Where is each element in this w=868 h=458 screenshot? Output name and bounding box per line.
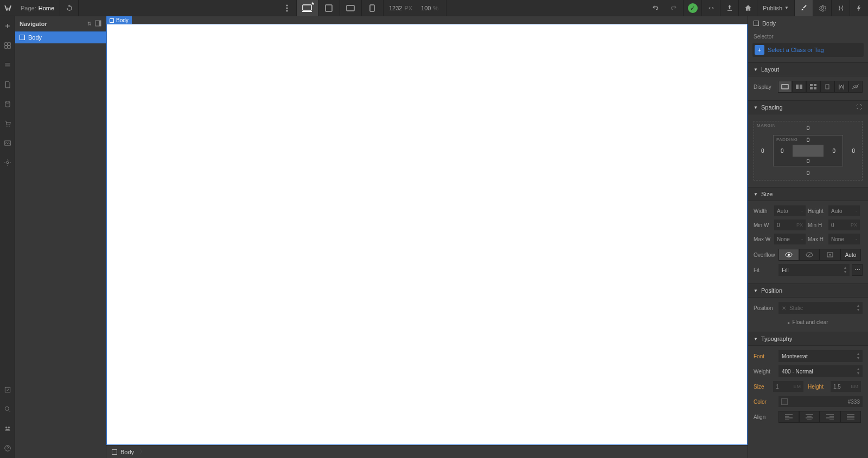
- export-icon[interactable]: [720, 0, 738, 16]
- breadcrumb-body[interactable]: Body: [120, 449, 134, 455]
- class-selector-input[interactable]: + Select a Class or Tag: [752, 43, 864, 57]
- font-size-input[interactable]: 1EM: [773, 381, 803, 392]
- selected-element-tag[interactable]: Body: [106, 16, 132, 24]
- zoom-unit: %: [433, 5, 438, 11]
- padding-top-input[interactable]: 0: [807, 137, 810, 143]
- fit-more-button[interactable]: ⋯: [852, 264, 863, 276]
- maxh-input[interactable]: None-: [828, 234, 860, 244]
- interactions-panel-button[interactable]: [850, 0, 868, 16]
- minh-input[interactable]: 0PX: [828, 220, 860, 230]
- display-inline-block-button[interactable]: [820, 81, 834, 93]
- video-tutorial-button[interactable]: [0, 419, 15, 438]
- svg-point-10: [9, 126, 10, 127]
- fit-select[interactable]: Fill▴▾: [778, 264, 850, 276]
- overflow-hidden-button[interactable]: [799, 249, 820, 261]
- weight-select[interactable]: 400 - Normal▴▾: [778, 365, 863, 377]
- spacing-box-model[interactable]: MARGIN PADDING 0 0 0 0 0 0 0 0: [754, 121, 863, 180]
- padding-left-input[interactable]: 0: [781, 148, 784, 154]
- ecommerce-button[interactable]: [0, 114, 15, 133]
- brush-panel-button[interactable]: [794, 0, 813, 16]
- margin-bottom-input[interactable]: 0: [807, 170, 810, 176]
- margin-top-input[interactable]: 0: [807, 125, 810, 131]
- position-select[interactable]: ✕Static▴▾: [778, 302, 863, 314]
- display-none-button[interactable]: [848, 81, 863, 93]
- font-select[interactable]: Montserrat▴▾: [778, 350, 863, 362]
- status-success-icon[interactable]: ✓: [683, 0, 701, 16]
- webflow-logo[interactable]: [0, 0, 15, 16]
- overflow-scroll-button[interactable]: [820, 249, 840, 261]
- checklist-button[interactable]: [0, 380, 15, 399]
- svg-point-0: [286, 4, 288, 6]
- refresh-button[interactable]: [60, 0, 79, 16]
- height-input[interactable]: Auto-: [828, 205, 860, 216]
- minw-input[interactable]: 0PX: [774, 220, 806, 230]
- fit-label: Fit: [754, 267, 778, 273]
- display-flex-button[interactable]: [792, 81, 806, 93]
- align-left-button[interactable]: [778, 411, 799, 423]
- redo-button[interactable]: [665, 0, 683, 16]
- padding-right-input[interactable]: 0: [832, 148, 835, 154]
- device-tablet-button[interactable]: [318, 0, 340, 16]
- page-selector[interactable]: Page: Home: [15, 0, 60, 16]
- page-label: Page:: [21, 5, 36, 11]
- minw-label: Min W: [754, 222, 774, 228]
- design-canvas[interactable]: [106, 24, 748, 445]
- lineheight-input[interactable]: 1.5EM: [831, 381, 861, 392]
- canvas-dimensions[interactable]: 1232 PX 100 %: [384, 0, 446, 16]
- code-icon[interactable]: [701, 0, 720, 16]
- audit-icon[interactable]: [738, 0, 757, 16]
- align-center-button[interactable]: [799, 411, 820, 423]
- selector-placeholder: Select a Class or Tag: [768, 47, 824, 53]
- pages-button[interactable]: [0, 75, 15, 94]
- add-class-icon[interactable]: +: [755, 45, 764, 55]
- device-mobile-button[interactable]: [362, 0, 384, 16]
- overflow-visible-button[interactable]: [778, 249, 799, 261]
- search-button[interactable]: [0, 399, 15, 419]
- display-block-button[interactable]: [778, 81, 792, 93]
- float-clear-toggle[interactable]: ▸Float and clear: [754, 317, 863, 327]
- spacing-expand-icon[interactable]: [856, 104, 863, 111]
- svg-point-15: [5, 427, 7, 429]
- breadcrumb-body-icon: [112, 449, 117, 455]
- position-label: Position: [754, 305, 778, 311]
- font-label: Font: [754, 353, 778, 359]
- settings-button[interactable]: [0, 153, 15, 172]
- components-button[interactable]: [0, 36, 15, 55]
- display-inline-button[interactable]: |A|: [834, 81, 848, 93]
- navigator-sort-icon[interactable]: ⇅: [87, 21, 92, 27]
- settings-panel-button[interactable]: [813, 0, 831, 16]
- undo-button[interactable]: [646, 0, 665, 16]
- help-button[interactable]: [0, 438, 15, 458]
- zoom-value: 100: [421, 5, 431, 11]
- layout-section-header[interactable]: ▼ Layout: [748, 62, 868, 76]
- color-input[interactable]: #333: [778, 396, 863, 407]
- cms-button[interactable]: [0, 94, 15, 114]
- device-tablet-landscape-button[interactable]: [340, 0, 362, 16]
- typography-section-header[interactable]: ▼ Typography: [748, 332, 868, 346]
- navigator-item-body[interactable]: Body: [15, 31, 106, 43]
- selector-label: Selector: [748, 30, 868, 43]
- maxw-input[interactable]: None-: [774, 234, 806, 244]
- align-justify-button[interactable]: [840, 411, 861, 423]
- margin-left-input[interactable]: 0: [761, 148, 764, 154]
- device-desktop-button[interactable]: ★: [297, 0, 318, 16]
- assets-button[interactable]: [0, 133, 15, 153]
- add-element-button[interactable]: [0, 16, 15, 36]
- overflow-auto-button[interactable]: Auto: [840, 249, 861, 261]
- display-grid-button[interactable]: [806, 81, 820, 93]
- align-right-button[interactable]: [820, 411, 840, 423]
- styles-panel-button[interactable]: [831, 0, 850, 16]
- size-section-header[interactable]: ▼ Size: [748, 187, 868, 201]
- padding-bottom-input[interactable]: 0: [807, 158, 810, 164]
- navigator-toggle-button[interactable]: [0, 55, 15, 75]
- maxw-label: Max W: [754, 236, 774, 242]
- more-menu-icon[interactable]: [278, 0, 297, 16]
- navigator-collapse-icon[interactable]: [95, 20, 101, 28]
- position-section-header[interactable]: ▼ Position: [748, 283, 868, 298]
- width-label: Width: [754, 208, 774, 214]
- publish-button[interactable]: Publish ▼: [757, 0, 794, 16]
- width-input[interactable]: Auto-: [774, 205, 806, 216]
- spacing-section-header[interactable]: ▼ Spacing: [748, 100, 868, 114]
- margin-right-input[interactable]: 0: [852, 148, 855, 154]
- margin-label: MARGIN: [757, 123, 776, 128]
